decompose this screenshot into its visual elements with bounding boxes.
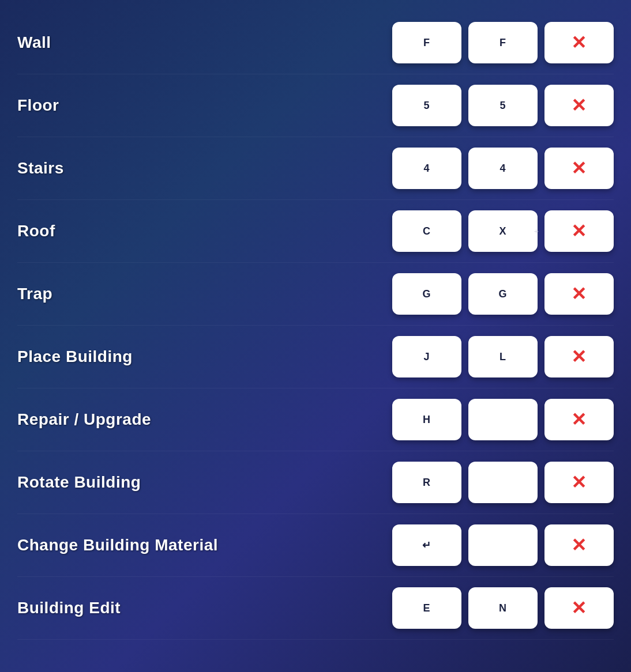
keybind-row-stairs: Stairs44✕ — [17, 137, 614, 200]
key1-roof[interactable]: C — [392, 210, 461, 252]
key2-roof[interactable]: X — [468, 210, 538, 252]
delete-btn-stairs[interactable]: ✕ — [544, 148, 614, 189]
key1-text-roof: C — [423, 225, 431, 237]
action-label-wall: Wall — [17, 33, 392, 52]
keys-group-wall: FF✕ — [392, 22, 614, 63]
delete-btn-change-material[interactable]: ✕ — [544, 524, 614, 566]
delete-btn-place-building[interactable]: ✕ — [544, 336, 614, 377]
key1-text-building-edit: E — [423, 602, 430, 614]
key1-text-rotate-building: R — [423, 477, 431, 489]
keys-group-place-building: JL✕ — [392, 336, 614, 377]
keybind-row-building-edit: Building EditEN✕ — [17, 577, 614, 640]
key1-change-material[interactable]: ↵ — [392, 524, 461, 566]
cursor-indicator: + — [534, 226, 539, 236]
keybind-row-trap: TrapGG✕ — [17, 263, 614, 326]
delete-btn-floor[interactable]: ✕ — [544, 85, 614, 126]
keybind-row-place-building: Place BuildingJL✕ — [17, 326, 614, 388]
key2-text-place-building: L — [499, 351, 506, 363]
action-label-trap: Trap — [17, 285, 392, 303]
key1-floor[interactable]: 5 — [392, 85, 461, 126]
delete-btn-wall[interactable]: ✕ — [544, 22, 614, 63]
key2-text-roof: X — [499, 225, 506, 237]
delete-btn-building-edit[interactable]: ✕ — [544, 587, 614, 629]
key2-rotate-building[interactable] — [468, 462, 538, 503]
keys-group-roof: CX✕ — [392, 210, 614, 252]
action-label-roof: Roof — [17, 222, 392, 240]
key2-wall[interactable]: F — [468, 22, 538, 63]
delete-icon-roof: ✕ — [571, 222, 587, 240]
key1-building-edit[interactable]: E — [392, 587, 461, 629]
keybind-row-roof: RoofCX✕+ — [17, 200, 614, 263]
delete-icon-change-material: ✕ — [571, 536, 587, 554]
key1-text-wall: F — [423, 37, 430, 49]
keys-group-building-edit: EN✕ — [392, 587, 614, 629]
keybind-row-rotate-building: Rotate BuildingR✕ — [17, 451, 614, 514]
key2-text-building-edit: N — [499, 602, 507, 614]
key1-wall[interactable]: F — [392, 22, 461, 63]
keybind-row-wall: WallFF✕ — [17, 12, 614, 74]
key2-text-floor: 5 — [499, 100, 506, 112]
key1-stairs[interactable]: 4 — [392, 148, 461, 189]
delete-btn-rotate-building[interactable]: ✕ — [544, 462, 614, 503]
delete-icon-repair-upgrade: ✕ — [571, 410, 587, 429]
action-label-floor: Floor — [17, 96, 392, 115]
key1-text-trap: G — [422, 288, 431, 300]
keybinds-container: WallFF✕Floor55✕Stairs44✕RoofCX✕+TrapGG✕P… — [0, 0, 631, 672]
key2-change-material[interactable] — [468, 524, 538, 566]
key1-rotate-building[interactable]: R — [392, 462, 461, 503]
keys-group-trap: GG✕ — [392, 273, 614, 315]
key2-text-trap: G — [498, 288, 507, 300]
key2-text-stairs: 4 — [499, 163, 506, 175]
key1-place-building[interactable]: J — [392, 336, 461, 377]
key1-text-place-building: J — [423, 351, 430, 363]
delete-icon-stairs: ✕ — [571, 159, 587, 178]
key2-place-building[interactable]: L — [468, 336, 538, 377]
keybind-row-floor: Floor55✕ — [17, 74, 614, 137]
action-label-change-material: Change Building Material — [17, 536, 392, 554]
key1-repair-upgrade[interactable]: H — [392, 399, 461, 440]
delete-icon-wall: ✕ — [571, 33, 587, 52]
delete-icon-rotate-building: ✕ — [571, 473, 587, 492]
delete-icon-building-edit: ✕ — [571, 599, 587, 617]
keys-group-stairs: 44✕ — [392, 148, 614, 189]
key2-repair-upgrade[interactable] — [468, 399, 538, 440]
delete-btn-repair-upgrade[interactable]: ✕ — [544, 399, 614, 440]
delete-btn-trap[interactable]: ✕ — [544, 273, 614, 315]
delete-icon-floor: ✕ — [571, 96, 587, 115]
delete-icon-place-building: ✕ — [571, 348, 587, 366]
action-label-building-edit: Building Edit — [17, 599, 392, 617]
key1-text-repair-upgrade: H — [423, 414, 431, 426]
keybind-row-repair-upgrade: Repair / UpgradeH✕ — [17, 388, 614, 451]
key2-text-wall: F — [499, 37, 506, 49]
key2-stairs[interactable]: 4 — [468, 148, 538, 189]
key1-text-stairs: 4 — [423, 163, 430, 175]
action-label-repair-upgrade: Repair / Upgrade — [17, 410, 392, 429]
key2-building-edit[interactable]: N — [468, 587, 538, 629]
keys-group-floor: 55✕ — [392, 85, 614, 126]
action-label-stairs: Stairs — [17, 159, 392, 178]
key2-floor[interactable]: 5 — [468, 85, 538, 126]
delete-icon-trap: ✕ — [571, 285, 587, 303]
delete-btn-roof[interactable]: ✕ — [544, 210, 614, 252]
key2-trap[interactable]: G — [468, 273, 538, 315]
action-label-place-building: Place Building — [17, 348, 392, 366]
keybind-row-change-material: Change Building Material↵✕ — [17, 514, 614, 577]
key1-trap[interactable]: G — [392, 273, 461, 315]
keys-group-change-material: ↵✕ — [392, 524, 614, 566]
keys-group-repair-upgrade: H✕ — [392, 399, 614, 440]
keys-group-rotate-building: R✕ — [392, 462, 614, 503]
key1-text-floor: 5 — [423, 100, 430, 112]
key1-text-change-material: ↵ — [422, 539, 431, 552]
action-label-rotate-building: Rotate Building — [17, 473, 392, 492]
